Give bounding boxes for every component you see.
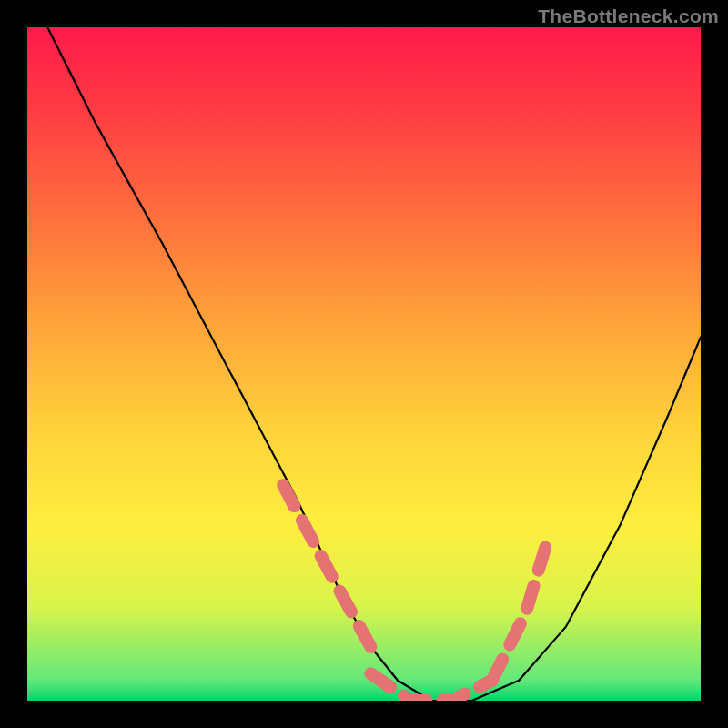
- plot-svg: [27, 27, 701, 701]
- chart-stage: TheBottleneck.com: [0, 0, 728, 728]
- bottleneck-curve: [47, 27, 701, 701]
- highlight-flat: [370, 673, 491, 701]
- highlight-left-arm: [283, 485, 370, 647]
- plot-area: [27, 27, 701, 701]
- watermark-label: TheBottleneck.com: [538, 5, 719, 27]
